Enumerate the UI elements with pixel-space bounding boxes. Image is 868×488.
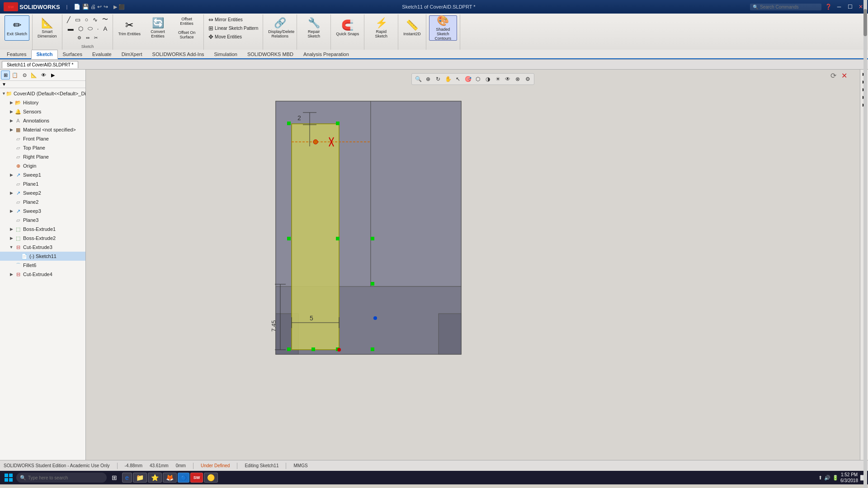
rotate-3d-icon[interactable]: ⟳	[828, 71, 838, 81]
viewport[interactable]: 🔍 ⊕ ↻ ✋ ↖ 🎯 ⬡ ◑ ☀ 👁 ⊗ ⚙	[86, 70, 860, 460]
minimize-button[interactable]: ─	[835, 3, 843, 10]
tree-top-plane[interactable]: ▱ Top Plane	[0, 143, 85, 152]
sweep2-expand[interactable]: ▶	[8, 190, 14, 196]
construction-button[interactable]: ⚙	[75, 33, 83, 42]
shaded-sketch-button[interactable]: 🎨 Shaded Sketch Contours	[429, 15, 457, 41]
mirror-entities-button[interactable]: ⇔ Mirror Entities	[207, 15, 245, 23]
tree-cut4[interactable]: ▶ ⊟ Cut-Extrude4	[0, 270, 85, 279]
display-style-btn[interactable]: ◑	[483, 75, 492, 84]
text-button[interactable]: A	[101, 24, 109, 33]
view-orient-btn[interactable]: 🎯	[463, 75, 472, 84]
tab-evaluate[interactable]: Evaluate	[87, 50, 117, 58]
trim-button[interactable]: ✂	[92, 33, 99, 42]
smart-dimension-button[interactable]: 📐 SmartDimension	[35, 15, 59, 41]
restore-button[interactable]: ☐	[846, 3, 854, 10]
tree-sweep3[interactable]: ▶ ↗ Sweep3	[0, 206, 85, 216]
circle-button[interactable]: ○	[83, 15, 90, 23]
move-entities-button[interactable]: ✥ Move Entities	[207, 33, 244, 41]
expand-btn[interactable]: ▶	[48, 70, 57, 80]
display-relations-button[interactable]: 🔗 Display/Delete Relations	[266, 15, 294, 41]
feature-manager-btn[interactable]: ⊞	[1, 70, 10, 80]
trim-entities-button[interactable]: ✂ Trim Entities	[116, 15, 143, 41]
task-view-btn[interactable]: ⊞	[108, 472, 121, 483]
taskbar-search-input[interactable]	[28, 475, 91, 480]
section-view-btn[interactable]: ⊗	[513, 75, 522, 84]
tree-root[interactable]: ▼ 📁 CoverAID (Default<<Default>_Disp	[0, 89, 85, 98]
sensors-expand[interactable]: ▶	[8, 108, 14, 115]
taskbar-ie[interactable]: e	[122, 473, 132, 483]
quick-snaps-button[interactable]: 🧲 Quick Snaps	[334, 15, 361, 41]
start-button[interactable]	[2, 472, 15, 483]
root-expand[interactable]: ▼	[2, 90, 6, 97]
tree-material[interactable]: ▶ ▦ Material <not specified>	[0, 125, 85, 134]
tree-sweep2[interactable]: ▶ ↗ Sweep2	[0, 188, 85, 197]
sweep1-expand[interactable]: ▶	[8, 172, 14, 178]
instant2d-button[interactable]: 📏 Instant2D	[401, 15, 423, 41]
taskbar-files[interactable]: 📁	[133, 473, 147, 483]
zoom-in-btn[interactable]: ⊕	[424, 75, 433, 84]
tab-mbd[interactable]: SOLIDWORKS MBD	[242, 50, 298, 58]
zoom-to-fit-btn[interactable]: 🔍	[414, 75, 423, 84]
line-button[interactable]: ╱	[65, 15, 72, 23]
tree-sketch11[interactable]: 📄 (-) Sketch11	[0, 252, 85, 261]
tree-annotations[interactable]: ▶ A Annotations	[0, 116, 85, 125]
doc-tab[interactable]: Sketch11 of CoverAID.SLDPRT *	[2, 61, 78, 68]
cut3-expand[interactable]: ▼	[8, 244, 14, 250]
boss1-expand[interactable]: ▶	[8, 226, 14, 232]
tree-origin[interactable]: ⊕ Origin	[0, 161, 85, 170]
history-expand[interactable]: ▶	[8, 99, 14, 106]
tree-plane2[interactable]: ▱ Plane2	[0, 197, 85, 206]
tree-history[interactable]: ▶ 📂 History	[0, 98, 85, 107]
ellipse-button[interactable]: ⬭	[86, 24, 94, 33]
point-button[interactable]: ·	[95, 24, 101, 33]
help-icon[interactable]: ❓	[825, 4, 832, 10]
tree-front-plane[interactable]: ▶ ▱ Front Plane	[0, 134, 85, 143]
linear-pattern-button[interactable]: ⊞ Linear Sketch Pattern	[207, 24, 260, 32]
tree-boss2[interactable]: ▶ ⬚ Boss-Extrude2	[0, 234, 85, 243]
sweep3-expand[interactable]: ▶	[8, 208, 14, 214]
tab-surfaces[interactable]: Surfaces	[58, 50, 87, 58]
rapid-sketch-button[interactable]: ⚡ Rapid Sketch	[367, 15, 395, 41]
mirror-button[interactable]: ⇔	[84, 33, 91, 42]
select-btn[interactable]: ↖	[453, 75, 462, 84]
config-manager-btn[interactable]: ⊙	[20, 70, 29, 80]
repair-sketch-button[interactable]: 🔧 Repair Sketch	[300, 15, 328, 41]
tree-plane3[interactable]: ▱ Plane3	[0, 216, 85, 225]
offset-entities-button[interactable]: Offset Entities	[173, 15, 201, 28]
tab-features[interactable]: Features	[2, 50, 31, 58]
view-3d-btn[interactable]: ⬡	[473, 75, 482, 84]
tree-plane1[interactable]: ▱ Plane1	[0, 179, 85, 188]
dim-xpert-btn[interactable]: 📐	[29, 70, 38, 80]
taskbar-search[interactable]: 🔍	[16, 473, 107, 483]
tab-simulation[interactable]: Simulation	[209, 50, 242, 58]
slot-button[interactable]: ▬	[66, 24, 75, 33]
tab-sketch[interactable]: Sketch	[31, 50, 57, 59]
taskbar-yellow-app[interactable]: 🟡	[204, 473, 218, 483]
tree-right-plane[interactable]: ▱ Right Plane	[0, 152, 85, 161]
exit-sketch-button[interactable]: ✏ Exit Sketch	[5, 15, 29, 41]
tab-addins[interactable]: SOLIDWORKS Add-Ins	[147, 50, 209, 58]
tab-analysis[interactable]: Analysis Preparation	[298, 50, 354, 58]
arc-button[interactable]: ∿	[91, 15, 99, 23]
tab-dimxpert[interactable]: DimXpert	[117, 50, 147, 58]
tree-fillet6[interactable]: ⌒ Fillet6	[0, 261, 85, 270]
property-manager-btn[interactable]: 📋	[10, 70, 19, 80]
tree-boss1[interactable]: ▶ ⬚ Boss-Extrude1	[0, 225, 85, 234]
display-manager-btn[interactable]: 👁	[39, 70, 48, 80]
tree-sensors[interactable]: ▶ 🔔 Sensors	[0, 107, 85, 116]
hide-show-btn[interactable]: 👁	[503, 75, 512, 84]
taskbar-firefox[interactable]: 🦊	[163, 473, 177, 483]
taskbar-blue-app[interactable]: 🔵	[178, 473, 189, 483]
spline-button[interactable]: 〜	[100, 15, 110, 23]
boss2-expand[interactable]: ▶	[8, 235, 14, 241]
convert-entities-button[interactable]: 🔄 Convert Entities	[144, 15, 172, 41]
tree-sweep1[interactable]: ▶ ↗ Sweep1	[0, 170, 85, 179]
pan-btn[interactable]: ✋	[443, 75, 453, 84]
display-options-btn[interactable]: ⚙	[523, 75, 532, 84]
close-sketch-icon[interactable]: ✕	[839, 71, 849, 81]
command-search-input[interactable]	[760, 5, 819, 9]
rect-button[interactable]: ▭	[73, 15, 82, 23]
taskbar-store[interactable]: ⭐	[148, 473, 162, 483]
polygon-button[interactable]: ⬡	[76, 24, 85, 33]
offset-surface-button[interactable]: Offset On Surface	[173, 29, 201, 42]
